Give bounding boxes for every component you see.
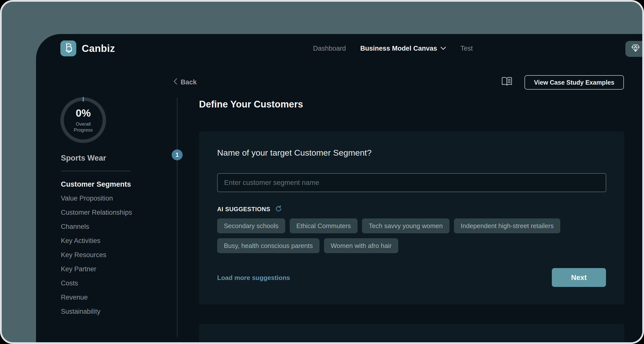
refresh-icon [275,205,282,213]
next-button[interactable]: Next [552,268,606,287]
sidebar-item[interactable]: Key Activities [61,234,132,248]
chevron-left-icon [174,78,177,86]
step-number-badge: 1 [172,149,182,160]
sidebar-item-label: Sustainability [61,308,100,316]
suggestion-chip[interactable]: Busy, health conscious parents [217,238,320,253]
gem-icon [631,44,640,54]
sidebar-item-label: Key Partner [61,265,96,273]
sidebar-item[interactable]: Value Proposition [61,191,132,206]
nav-item[interactable]: Test [460,45,473,52]
step-rail-line [177,97,178,337]
sidebar-item[interactable]: Sustainability [61,305,132,319]
hexagon-b-logo-icon [63,42,73,54]
suggestion-chip-label: Busy, health conscious parents [224,242,313,250]
load-more-suggestions-link[interactable]: Load more suggestions [217,274,290,282]
sidebar-item-label: Key Resources [61,251,106,259]
open-book-icon[interactable] [501,77,512,87]
suggestion-chip[interactable]: Ethical Commuters [290,218,358,233]
sidebar-item[interactable]: Key Partner [61,262,132,276]
nav-item-label: Dashboard [313,45,346,52]
back-button[interactable]: Back [174,78,197,87]
sidebar-item-label: Key Activities [61,237,100,245]
question-label: Name of your target Customer Segment? [217,148,372,158]
screenshot-stage: Canbiz Dashboard Business Model Canvas T… [0,0,644,344]
customer-segment-name-input[interactable] [217,173,606,192]
sidebar-item-label: Customer Segments [61,180,131,188]
top-right-clipped-button[interactable]: C [625,41,644,57]
nav-item[interactable]: Dashboard [313,45,346,52]
suggestion-chip[interactable]: Tech savvy young women [362,218,450,233]
sidebar-section-list: Customer Segments Value Proposition Cust… [61,177,132,319]
nav-item[interactable]: Business Model Canvas [360,45,446,52]
nav-item-label: Business Model Canvas [360,45,437,52]
progress-text: 0% Overall Progress [60,96,107,144]
sidebar-item-label: Revenue [61,294,88,301]
page-title: Define Your Customers [199,99,303,110]
suggestion-chip[interactable]: Women with afro hair [324,238,398,253]
canbiz-logo[interactable] [60,40,76,56]
progress-percent: 0% [76,107,91,119]
suggestion-chip-label: Women with afro hair [331,242,392,250]
sidebar-item-label: Channels [61,223,89,231]
ai-suggestions-row: AI SUGGESTIONS [217,205,282,213]
sidebar-item[interactable]: Customer Relationships [61,206,132,220]
main-nav: Dashboard Business Model Canvas Test [313,40,473,56]
overall-progress-ring: 0% Overall Progress [60,96,107,144]
refresh-suggestions-button[interactable] [275,205,282,213]
outer-rounded-frame: Canbiz Dashboard Business Model Canvas T… [0,0,644,344]
sidebar-item[interactable]: Customer Segments [61,177,132,191]
sidebar-item[interactable]: Channels [61,220,132,234]
chevron-down-icon [440,47,446,50]
suggestion-chip-list: Secondary schools Ethical Commuters Tech… [217,218,607,253]
suggestion-chip-label: Tech savvy young women [369,222,443,230]
suggestion-chip-label: Ethical Commuters [296,222,351,230]
progress-caption: Overall Progress [71,121,96,133]
sidebar-item-label: Value Proposition [61,195,113,202]
ai-suggestions-label: AI SUGGESTIONS [217,206,270,213]
suggestion-chip-label: Independent high-street retailers [461,222,554,230]
sidebar-item[interactable]: Costs [61,276,132,290]
sidebar-item[interactable]: Revenue [61,290,132,305]
sidebar-divider [61,171,131,171]
app-window: Canbiz Dashboard Business Model Canvas T… [36,34,642,342]
suggestion-chip[interactable]: Independent high-street retailers [454,218,560,233]
view-case-study-examples-button[interactable]: View Case Study Examples [524,75,624,90]
suggestion-chip-label: Secondary schools [224,222,278,230]
sidebar-item-label: Customer Relationships [61,209,132,216]
suggestion-chip[interactable]: Secondary schools [217,218,285,233]
project-name: Sports Wear [61,154,106,163]
back-label: Back [181,78,197,86]
nav-item-label: Test [460,45,473,52]
next-question-card [199,324,624,344]
customer-segment-card: Name of your target Customer Segment? AI… [199,132,624,305]
sidebar-item-label: Costs [61,280,78,287]
brand-name: Canbiz [82,40,115,56]
sidebar-item[interactable]: Key Resources [61,248,132,262]
